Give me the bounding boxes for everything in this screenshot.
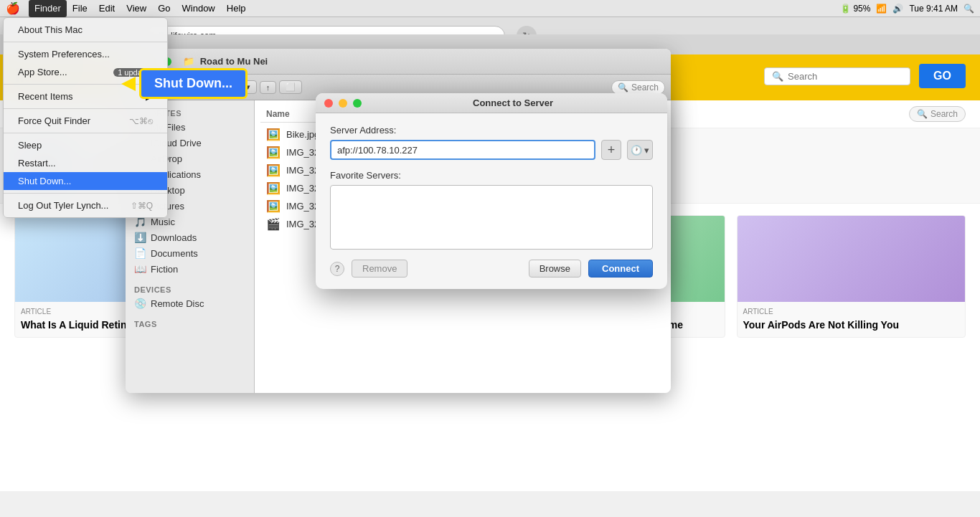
tags-section-title: Tags <box>126 317 254 330</box>
menubar-view[interactable]: View <box>121 0 152 17</box>
article-title-3: Your AirPods Are Not Killing You <box>738 318 966 337</box>
connect-button[interactable]: Connect <box>588 260 653 278</box>
apple-menu-icon[interactable]: 🍎 <box>6 1 20 15</box>
connect-zoom-button[interactable] <box>353 99 362 108</box>
menu-separator-4 <box>4 133 167 133</box>
menubar-go[interactable]: Go <box>152 0 176 17</box>
file-icon-3: 🖼️ <box>266 181 281 195</box>
connect-minimize-button[interactable] <box>339 99 347 108</box>
article-tag-3: ARTICLE <box>738 302 966 318</box>
downloads-icon: ⬇️ <box>134 232 146 243</box>
browser-search-icon: 🔍 <box>772 71 783 82</box>
search-icon[interactable]: 🔍 <box>963 4 974 14</box>
menu-item-forcequit[interactable]: Force Quit Finder ⌥⌘⎋ <box>4 112 167 130</box>
add-server-button[interactable]: + <box>601 140 621 160</box>
help-button[interactable]: ? <box>330 262 344 276</box>
remove-button[interactable]: Remove <box>352 260 407 278</box>
shutdown-highlight: Shut Down... <box>139 68 248 99</box>
favorite-servers-label: Favorite Servers: <box>330 170 653 181</box>
documents-icon: 📄 <box>134 247 146 259</box>
folder-icon: 📁 <box>183 56 194 67</box>
remotedisc-icon: 💿 <box>134 298 146 309</box>
shutdown-arrow <box>121 77 136 91</box>
menubar-help[interactable]: Help <box>221 0 252 17</box>
forcequit-shortcut: ⌥⌘⎋ <box>129 116 153 126</box>
finder-search-bar[interactable]: 🔍 Search <box>611 80 665 95</box>
apple-menu: About This Mac System Preferences... App… <box>3 17 168 218</box>
menubar-finder[interactable]: Finder <box>29 0 67 17</box>
menubar-window[interactable]: Window <box>176 0 221 17</box>
menu-item-about[interactable]: About This Mac <box>4 21 167 39</box>
connect-close-button[interactable] <box>324 99 333 108</box>
file-icon-4: 🖼️ <box>266 199 281 213</box>
connect-titlebar: Connect to Server <box>316 93 667 113</box>
sidebar-item-documents[interactable]: 📄 Documents <box>126 245 254 261</box>
logout-shortcut: ⇧⌘Q <box>131 201 153 211</box>
clock: Tue 9:41 AM <box>909 4 958 14</box>
search-icon-secondary: 🔍 <box>917 109 928 119</box>
connect-dialog-title: Connect to Server <box>473 98 553 108</box>
sidebar-item-downloads[interactable]: ⬇️ Downloads <box>126 229 254 245</box>
file-icon-5: 🎬 <box>266 217 281 231</box>
menubar-file[interactable]: File <box>67 0 93 17</box>
search-icon: 🔍 <box>618 82 628 93</box>
sidebar-item-fiction[interactable]: 📖 Fiction <box>126 261 254 277</box>
article-card-3[interactable]: ARTICLE Your AirPods Are Not Killing You <box>737 215 966 338</box>
file-icon-2: 🖼️ <box>266 163 281 177</box>
volume-icon: 🔊 <box>892 4 903 14</box>
menubar-right: 🔋 95% 📶 🔊 Tue 9:41 AM 🔍 <box>840 4 974 14</box>
menubar-edit[interactable]: Edit <box>93 0 121 17</box>
tag-btn[interactable]: ⬜ <box>279 80 302 94</box>
connect-to-server-dialog: Connect to Server Server Address: + 🕐 ▾ … <box>316 93 667 289</box>
battery-indicator: 🔋 95% <box>840 4 870 14</box>
go-button[interactable]: GO <box>919 64 966 88</box>
menu-item-sysprefs[interactable]: System Preferences... <box>4 45 167 63</box>
menu-item-sleep[interactable]: Sleep <box>4 136 167 154</box>
server-address-input[interactable] <box>330 140 595 160</box>
menu-item-logout[interactable]: Log Out Tyler Lynch... ⇧⌘Q <box>4 196 167 214</box>
menu-separator-3 <box>4 108 167 109</box>
server-address-label: Server Address: <box>330 125 653 136</box>
menubar: 🍎 Finder File Edit View Go Window Help 🔋… <box>0 0 980 17</box>
server-address-row: + 🕐 ▾ <box>330 140 653 160</box>
wifi-icon: 📶 <box>876 4 887 14</box>
file-icon-1: 🖼️ <box>266 146 281 159</box>
article-image-3 <box>738 216 966 302</box>
share-btn[interactable]: ↑ <box>260 81 277 94</box>
fiction-icon: 📖 <box>134 263 146 275</box>
browser-search-input[interactable] <box>788 71 903 82</box>
file-icon-0: 🖼️ <box>266 128 281 141</box>
menu-item-restart[interactable]: Restart... <box>4 154 167 172</box>
menu-separator-1 <box>4 42 167 42</box>
browse-button[interactable]: Browse <box>529 260 581 278</box>
shutdown-callout: Shut Down... <box>139 68 248 99</box>
devices-section-title: Devices <box>126 283 254 295</box>
finder-window-title: 📁 Road to Mu Nei <box>183 56 268 67</box>
menu-separator-5 <box>4 193 167 194</box>
favorite-servers-list <box>330 185 653 250</box>
sidebar-item-remotedisc[interactable]: 💿 Remote Disc <box>126 295 254 311</box>
recent-servers-button[interactable]: 🕐 ▾ <box>627 140 653 160</box>
connect-dialog-body: Server Address: + 🕐 ▾ Favorite Servers: … <box>316 113 667 289</box>
connect-actions: ? Remove Browse Connect <box>330 260 653 278</box>
menu-item-shutdown[interactable]: Shut Down... <box>4 172 167 190</box>
